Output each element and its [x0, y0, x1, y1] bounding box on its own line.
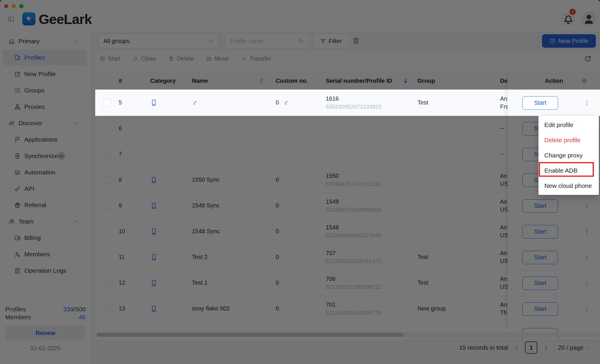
- context-menu-item-change-proxy[interactable]: Change proxy: [538, 148, 599, 163]
- geelark-window: GeeLark 2 Primary Profiles New Profile G…: [0, 0, 600, 364]
- serial-number: 1616: [326, 95, 381, 103]
- dim-overlay-top: [0, 0, 600, 90]
- dim-overlay-middle: [0, 116, 538, 195]
- cloud-phone-icon: [150, 98, 157, 107]
- context-menu-item-edit-profile[interactable]: Edit profile: [538, 117, 599, 133]
- profile-id[interactable]: 535230952071233922: [326, 103, 381, 111]
- start-button[interactable]: Start: [522, 96, 558, 110]
- dim-overlay-left: [0, 90, 95, 116]
- context-menu-item-new-cloud-phone[interactable]: New cloud phone: [538, 178, 599, 193]
- edit-custom-no-pencil-icon[interactable]: [283, 99, 289, 106]
- action-cell: Start: [508, 90, 600, 116]
- edit-name-pencil-icon[interactable]: [192, 99, 198, 106]
- row-checkbox[interactable]: [103, 99, 111, 107]
- context-menu-item-delete-profile[interactable]: Delete profile: [538, 133, 599, 148]
- group-name: Test: [411, 90, 495, 115]
- dim-overlay-bottom: [0, 195, 600, 364]
- row-context-menu: Edit profileDelete profileChange proxyEn…: [538, 116, 599, 195]
- row-more-menu-icon[interactable]: [584, 100, 590, 106]
- dim-overlay-right-sliver: [599, 116, 600, 195]
- row-number: 5: [113, 90, 144, 115]
- context-menu-item-enable-adb[interactable]: Enable ADB: [538, 163, 599, 178]
- custom-no: 0: [276, 99, 279, 106]
